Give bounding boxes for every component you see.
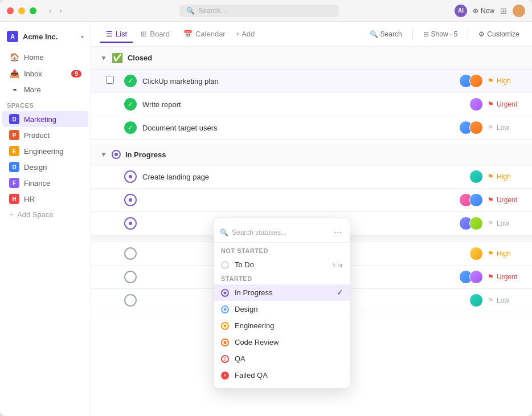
table-row[interactable]: ✓ Document target users Low — [91, 116, 532, 140]
section-inprogress-header[interactable]: ▼ In Progress — [91, 144, 532, 165]
avatar — [469, 217, 483, 230]
sidebar-item-home[interactable]: 🏠 Home — [2, 49, 88, 65]
task-assignees — [459, 121, 483, 134]
status-icon-todo — [221, 261, 229, 269]
table-row[interactable]: ✓ Write report Urgent — [91, 93, 532, 116]
dropdown-search-icon: 🔍 — [220, 229, 228, 236]
show-button[interactable]: ⊟ Show · 5 — [420, 28, 461, 40]
flag-icon — [488, 196, 494, 204]
priority-badge: Urgent — [483, 99, 523, 109]
space-icon-hr: H — [9, 194, 19, 204]
task-status-icon[interactable] — [124, 217, 137, 230]
sidebar-item-hr[interactable]: H HR — [2, 191, 88, 207]
task-name: ClickUp marketing plan — [142, 77, 459, 85]
task-status-icon[interactable] — [124, 170, 137, 183]
status-label: Engineering — [235, 321, 274, 330]
settings-icon: ⚙ — [478, 30, 485, 38]
priority-badge: Low — [483, 295, 523, 305]
space-icon-engineering: E — [9, 146, 19, 156]
sidebar-item-more[interactable]: ••• More — [2, 82, 88, 97]
sidebar-item-engineering[interactable]: E Engineering — [2, 143, 88, 159]
flag-icon — [488, 100, 494, 108]
task-status-icon[interactable] — [124, 194, 137, 206]
dropdown-item-qa[interactable]: QA — [214, 350, 350, 367]
user-avatar[interactable] — [513, 5, 525, 17]
ai-badge[interactable]: AI — [455, 5, 467, 17]
task-assignees — [459, 74, 483, 88]
tab-list[interactable]: ☰ List — [100, 26, 133, 43]
table-row[interactable]: Urgent — [91, 189, 532, 212]
task-checkbox[interactable] — [106, 76, 114, 86]
dropdown-search-area: 🔍 ··· — [214, 223, 350, 243]
nav-forward-button[interactable]: › — [57, 5, 64, 16]
org-header[interactable]: A Acme Inc. ▾ — [0, 26, 91, 47]
task-status-icon[interactable] — [124, 247, 137, 260]
space-label: Design — [24, 163, 47, 172]
table-row[interactable]: Create landing page High — [91, 165, 532, 189]
task-name: Document target users — [142, 124, 459, 132]
inbox-icon: 📥 — [9, 69, 19, 78]
task-assignees — [469, 97, 483, 111]
grid-icon[interactable]: ⊞ — [500, 6, 507, 15]
section-closed-header[interactable]: ▼ ✅ Closed — [91, 47, 532, 70]
status-search-input[interactable] — [232, 229, 329, 236]
app-body: A Acme Inc. ▾ 🏠 Home 📥 Inbox 9 ••• More — [0, 22, 532, 416]
dropdown-more-button[interactable]: ··· — [332, 226, 344, 239]
task-status-icon[interactable]: ✓ — [124, 75, 137, 87]
task-assignees — [469, 170, 483, 183]
table-row[interactable]: ⋮⋮ ✓ ClickUp marketing plan High — [91, 70, 532, 93]
flag-icon — [488, 219, 494, 227]
status-label: To Do — [235, 260, 254, 269]
tab-calendar[interactable]: 📅 Calendar — [178, 26, 231, 43]
tab-board[interactable]: ⊞ Board — [135, 26, 175, 43]
close-button[interactable] — [7, 7, 14, 14]
titlebar-nav: ‹ › — [47, 5, 64, 16]
main-content: ☰ List ⊞ Board 📅 Calendar + Add 🔍 Search — [91, 22, 532, 416]
section-closed-title: Closed — [128, 54, 152, 62]
sidebar-item-inbox[interactable]: 📥 Inbox 9 — [2, 66, 88, 81]
space-label: HR — [24, 195, 35, 203]
task-status-icon[interactable] — [124, 271, 137, 283]
dropdown-item-inprogress[interactable]: In Progress ✓ — [214, 284, 350, 301]
status-icon-inprogress — [221, 289, 229, 297]
add-space-button[interactable]: + Add Space — [2, 207, 88, 222]
task-name: Write report — [142, 100, 469, 109]
global-search-box[interactable]: 🔍 Search... — [179, 5, 339, 17]
sidebar-item-finance[interactable]: F Finance — [2, 175, 88, 191]
task-status-icon[interactable] — [124, 294, 137, 307]
sidebar-item-label: Inbox — [24, 70, 42, 78]
dropdown-item-engineering[interactable]: Engineering — [214, 317, 350, 334]
minimize-button[interactable] — [18, 7, 25, 14]
board-icon: ⊞ — [141, 30, 147, 38]
new-button[interactable]: ⊕ New — [473, 7, 494, 15]
nav-back-button[interactable]: ‹ — [47, 5, 54, 16]
dropdown-item-codereview[interactable]: Code Review — [214, 334, 350, 350]
task-status-icon[interactable]: ✓ — [124, 98, 137, 111]
dropdown-item-design[interactable]: Design — [214, 301, 350, 317]
sidebar-item-design[interactable]: D Design — [2, 159, 88, 175]
dropdown-item-todo[interactable]: To Do 5 hr — [214, 256, 350, 273]
search-icon: 🔍 — [186, 7, 195, 15]
customize-button[interactable]: ⚙ Customize — [475, 28, 523, 40]
add-tab-button[interactable]: + Add — [236, 30, 255, 38]
section-expand-icon: ▼ — [100, 150, 107, 158]
sidebar-item-marketing[interactable]: D Marketing — [2, 111, 88, 127]
maximize-button[interactable] — [30, 7, 36, 14]
sidebar-item-product[interactable]: P Product — [2, 127, 88, 143]
avatar — [469, 170, 483, 183]
add-space-icon: + — [9, 210, 14, 219]
dropdown-item-failedqa[interactable]: Failed QA — [214, 367, 350, 384]
org-chevron-icon: ▾ — [81, 34, 84, 40]
home-icon: 🏠 — [9, 52, 19, 62]
priority-badge: High — [483, 248, 523, 259]
org-icon: A — [7, 31, 18, 42]
task-status-icon[interactable]: ✓ — [124, 121, 137, 134]
status-icon-qa — [221, 355, 229, 363]
search-button[interactable]: 🔍 Search — [366, 28, 406, 40]
status-label: Failed QA — [235, 371, 268, 380]
dropdown-section-label-not-started: NOT STARTED — [214, 245, 350, 256]
todo-time: 5 hr — [332, 262, 343, 268]
space-label: Product — [24, 131, 50, 140]
sidebar-nav: 🏠 Home 📥 Inbox 9 ••• More — [0, 49, 91, 97]
status-icon-design — [221, 305, 229, 313]
